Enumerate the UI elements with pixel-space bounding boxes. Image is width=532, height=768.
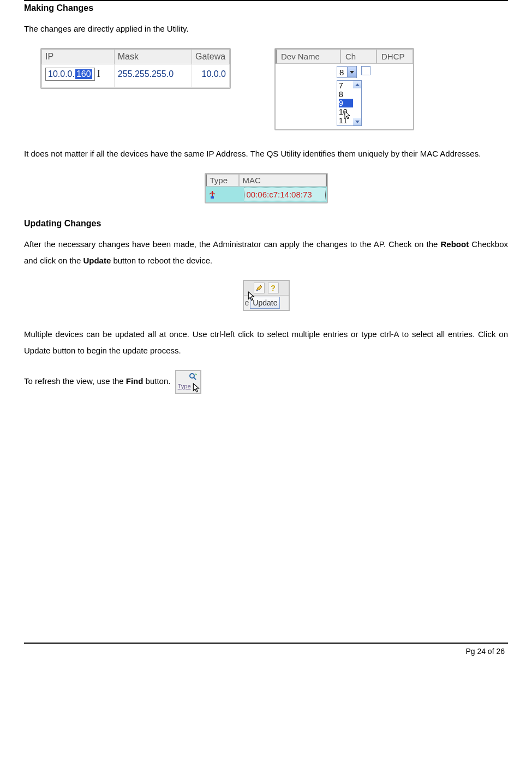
gateway-cell: 10.0.0 — [192, 64, 230, 88]
heading-making-changes: Making Changes — [24, 3, 508, 13]
paragraph-multi-update: Multiple devices can be updated all at o… — [24, 326, 508, 359]
find-label: Type — [178, 380, 191, 392]
channel-dropdown[interactable]: 8 — [337, 66, 357, 78]
type-icon — [206, 187, 243, 202]
heading-updating-changes: Updating Changes — [24, 219, 508, 229]
paragraph-mac-note: It does not matter if all the devices ha… — [24, 146, 508, 162]
page-number: Pg 24 of 26 — [24, 647, 508, 656]
update-button-screenshot: ? e Update — [243, 280, 290, 311]
mac-value: 00:06:c7:14:08:73 — [244, 188, 326, 201]
paragraph-intro: The changes are directly applied in the … — [24, 21, 508, 37]
scroll-down-icon[interactable] — [353, 118, 361, 125]
ip-cell[interactable]: 10.0.0.160 — [42, 64, 115, 88]
mouse-cursor-icon — [248, 291, 256, 302]
list-item[interactable]: 8 — [339, 90, 353, 99]
paragraph-update: After the necessary changes have been ma… — [24, 236, 508, 269]
ip-mask-table-screenshot: IP Mask Gatewa 10.0.0.160 255.255.255.0 … — [40, 48, 231, 89]
dhcp-checkbox[interactable] — [361, 66, 370, 75]
svg-line-3 — [194, 377, 196, 380]
find-button-screenshot: Type — [175, 370, 201, 394]
svg-point-2 — [190, 374, 194, 378]
col-gateway: Gatewa — [192, 50, 230, 64]
svg-rect-1 — [211, 196, 214, 199]
channel-dropdown-value: 8 — [337, 68, 347, 77]
col-ch: Ch — [340, 49, 376, 64]
ip-prefix: 10.0.0. — [48, 69, 75, 79]
devname-ch-dhcp-screenshot: Dev Name Ch DHCP 8 7 8 9 10 — [274, 48, 414, 130]
paragraph-refresh: To refresh the view, use the Find button… — [24, 370, 508, 394]
col-dhcp: DHCP — [376, 49, 413, 64]
list-item[interactable]: 7 — [339, 81, 353, 90]
col-type: Type — [206, 174, 239, 187]
help-icon[interactable]: ? — [268, 283, 279, 293]
col-mask: Mask — [114, 50, 192, 64]
ip-selected-octet: 160 — [75, 69, 92, 79]
col-mac: MAC — [239, 174, 327, 187]
channel-listbox[interactable]: 7 8 9 10 11 — [337, 80, 362, 126]
col-dev-name: Dev Name — [276, 49, 340, 64]
dropdown-arrow-icon[interactable] — [347, 67, 356, 77]
scrollbar[interactable] — [353, 81, 361, 125]
mask-cell: 255.255.255.0 — [114, 64, 192, 88]
col-ip: IP — [42, 50, 115, 64]
scroll-up-icon[interactable] — [353, 81, 361, 88]
list-item-selected[interactable]: 9 — [339, 99, 343, 107]
mouse-cursor-icon — [193, 383, 201, 394]
type-mac-screenshot: Type MAC 00:06:c7:14:08:73 — [205, 173, 328, 203]
